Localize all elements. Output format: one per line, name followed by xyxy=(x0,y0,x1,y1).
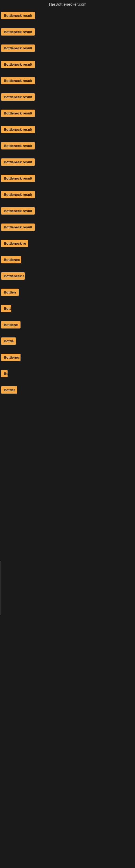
bottleneck-row-24: Bottler xyxy=(0,382,135,398)
bottleneck-row-9: Bottleneck result xyxy=(0,138,135,154)
bottleneck-row-7: Bottleneck result xyxy=(0,105,135,122)
bottleneck-item-13[interactable]: Bottleneck result xyxy=(1,207,35,215)
bottleneck-row-6: Bottleneck result xyxy=(0,89,135,105)
bottleneck-item-14[interactable]: Bottleneck result xyxy=(1,223,35,231)
bottleneck-list: Bottleneck resultBottleneck resultBottle… xyxy=(0,8,135,398)
bottleneck-row-17: Bottleneck r xyxy=(0,268,135,284)
bottleneck-item-7[interactable]: Bottleneck result xyxy=(1,110,35,117)
bottleneck-row-23: Bo xyxy=(0,366,135,382)
bottleneck-item-17[interactable]: Bottleneck r xyxy=(1,272,25,280)
bottleneck-row-21: Bottle xyxy=(0,333,135,349)
bottleneck-item-3[interactable]: Bottleneck result xyxy=(1,44,35,52)
bottleneck-row-12: Bottleneck result xyxy=(0,187,135,203)
bottleneck-item-24[interactable]: Bottler xyxy=(1,386,17,394)
bottleneck-item-10[interactable]: Bottleneck result xyxy=(1,158,35,166)
bottleneck-row-13: Bottleneck result xyxy=(0,203,135,219)
bottleneck-item-21[interactable]: Bottle xyxy=(1,337,16,345)
bottleneck-row-2: Bottleneck result xyxy=(0,24,135,40)
bottleneck-item-11[interactable]: Bottleneck result xyxy=(1,175,35,182)
bottleneck-row-11: Bottleneck result xyxy=(0,170,135,187)
bottom-section xyxy=(0,398,135,724)
bottleneck-item-5[interactable]: Bottleneck result xyxy=(1,77,35,84)
bottleneck-item-20[interactable]: Bottlene xyxy=(1,321,20,329)
bottleneck-row-18: Bottlen xyxy=(0,284,135,301)
bottleneck-row-15: Bottleneck re xyxy=(0,236,135,252)
bottleneck-row-16: Bottlenec xyxy=(0,252,135,268)
bottleneck-row-14: Bottleneck result xyxy=(0,219,135,236)
bottleneck-item-2[interactable]: Bottleneck result xyxy=(1,28,35,35)
bottleneck-row-20: Bottlene xyxy=(0,317,135,333)
bottleneck-item-22[interactable]: Bottlenec xyxy=(1,354,20,361)
bottleneck-item-18[interactable]: Bottlen xyxy=(1,289,18,296)
bottleneck-item-9[interactable]: Bottleneck result xyxy=(1,142,35,150)
bottleneck-item-8[interactable]: Bottleneck result xyxy=(1,126,35,133)
bottleneck-item-12[interactable]: Bottleneck result xyxy=(1,191,35,198)
bottleneck-row-3: Bottleneck result xyxy=(0,40,135,56)
bottleneck-item-6[interactable]: Bottleneck result xyxy=(1,93,35,101)
bottleneck-row-22: Bottlenec xyxy=(0,349,135,366)
bottleneck-row-4: Bottleneck result xyxy=(0,56,135,73)
bottleneck-item-15[interactable]: Bottleneck re xyxy=(1,240,28,247)
bottleneck-row-19: Bott xyxy=(0,301,135,317)
bottleneck-item-16[interactable]: Bottlenec xyxy=(1,256,21,264)
bottleneck-row-10: Bottleneck result xyxy=(0,154,135,170)
bottleneck-item-1[interactable]: Bottleneck result xyxy=(1,12,35,19)
bottleneck-item-23[interactable]: Bo xyxy=(1,370,8,377)
bottleneck-item-4[interactable]: Bottleneck result xyxy=(1,61,35,68)
bottleneck-row-1: Bottleneck result xyxy=(0,8,135,24)
bottleneck-row-5: Bottleneck result xyxy=(0,73,135,89)
bottleneck-row-8: Bottleneck result xyxy=(0,122,135,138)
site-title: TheBottlenecker.com xyxy=(0,0,135,8)
bottleneck-item-19[interactable]: Bott xyxy=(1,305,11,312)
